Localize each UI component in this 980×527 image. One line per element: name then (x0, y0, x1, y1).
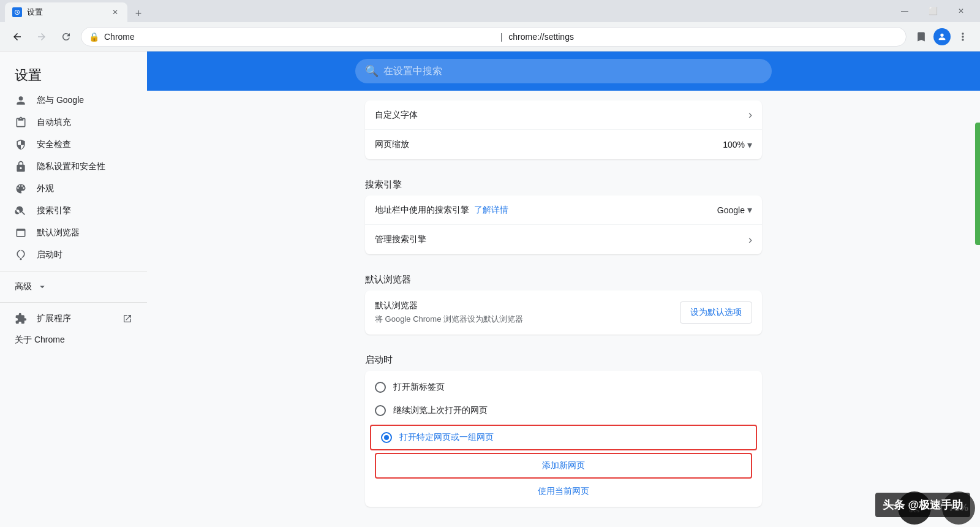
power-icon (15, 249, 27, 261)
watermark: 头条 @极速手助 (875, 493, 970, 517)
nav-right-controls (911, 27, 973, 47)
settings-search-bar[interactable]: 🔍 (355, 59, 772, 83)
back-button[interactable] (7, 27, 27, 47)
startup-option-new-tab[interactable]: 打开新标签页 (365, 376, 762, 399)
search-engine-select[interactable]: Google ▾ (717, 204, 752, 216)
set-default-button[interactable]: 设为默认选项 (680, 301, 752, 324)
forward-button[interactable] (32, 27, 51, 47)
tab-favicon (12, 7, 22, 17)
search-engine-section-title: 搜索引擎 (365, 169, 762, 195)
menu-button[interactable] (953, 27, 973, 47)
sidebar-divider (0, 271, 147, 271)
sidebar-item-startup[interactable]: 启动时 (0, 244, 142, 266)
appearance-card: 自定义字体 › 网页缩放 100% ▾ (365, 100, 762, 159)
security-icon: 🔒 (89, 32, 99, 42)
shield-icon (15, 138, 27, 151)
sidebar-label-appearance: 外观 (37, 183, 54, 194)
default-browser-info: 默认浏览器 将 Google Chrome 浏览器设为默认浏览器 (375, 300, 680, 325)
sidebar-label-about: 关于 Chrome (15, 335, 65, 344)
page-zoom-row[interactable]: 网页缩放 100% ▾ (365, 130, 762, 159)
active-tab[interactable]: 设置 ✕ (5, 2, 127, 22)
search-icon (15, 205, 27, 217)
manage-search-engines-label: 管理搜索引擎 (375, 234, 748, 245)
use-current-label: 使用当前网页 (538, 486, 589, 497)
settings-search-header: 🔍 (147, 51, 980, 91)
clipboard-icon (15, 116, 27, 129)
sidebar-item-autofill[interactable]: 自动填充 (0, 112, 142, 134)
sidebar-label-advanced: 高级 (15, 281, 32, 292)
tab-title: 设置 (27, 7, 105, 18)
sidebar-label-autofill: 自动填充 (37, 117, 71, 128)
startup-card: 打开新标签页 继续浏览上次打开的网页 打开特定网页或一组网页 (365, 371, 762, 507)
sidebar-item-search[interactable]: 搜索引擎 (0, 200, 142, 222)
page-zoom-select[interactable]: 100% ▾ (723, 139, 752, 151)
manage-search-engines-arrow: › (748, 233, 752, 246)
external-link-icon (123, 314, 132, 324)
tab-strip: 设置 ✕ + (5, 0, 891, 22)
custom-font-row[interactable]: 自定义字体 › (365, 100, 762, 130)
minimize-button[interactable]: — (891, 0, 919, 22)
default-browser-section-title: 默认浏览器 (365, 264, 762, 290)
new-tab-button[interactable]: + (130, 5, 147, 22)
sidebar-label-google: 您与 Google (37, 95, 84, 106)
learn-more-link[interactable]: 了解详情 (474, 205, 508, 214)
add-page-button[interactable]: 添加新网页 (375, 453, 752, 479)
default-browser-subtitle: 将 Google Chrome 浏览器设为默认浏览器 (375, 314, 680, 325)
use-current-pages-link[interactable]: 使用当前网页 (365, 481, 762, 502)
sidebar-item-extensions[interactable]: 扩展程序 (0, 308, 147, 330)
settings-search-input[interactable] (383, 66, 762, 77)
reload-button[interactable] (56, 27, 76, 47)
search-engine-chevron: ▾ (747, 204, 752, 216)
settings-content: 🔍 自定义字体 › 网页缩放 100% ▾ (147, 51, 980, 527)
page-zoom-value: 100% (723, 140, 745, 150)
bookmark-button[interactable] (911, 27, 931, 47)
tab-close-button[interactable]: ✕ (110, 7, 120, 17)
startup-option-continue[interactable]: 继续浏览上次打开的网页 (365, 399, 762, 422)
page-zoom-chevron: ▾ (747, 139, 752, 151)
search-engine-value: Google (717, 205, 745, 215)
sidebar-label-search: 搜索引擎 (37, 205, 71, 216)
radio-continue (375, 405, 386, 416)
profile-button[interactable] (933, 28, 951, 45)
search-engine-card: 地址栏中使用的搜索引擎 了解详情 Google ▾ 管理搜索引擎 › (365, 195, 762, 254)
radio-new-tab (375, 382, 386, 393)
sidebar-item-about[interactable]: 关于 Chrome (0, 330, 147, 351)
add-page-label: 添加新网页 (542, 460, 585, 471)
chevron-down-icon (37, 281, 48, 292)
palette-icon (15, 183, 27, 195)
sidebar-header: 设置 (0, 56, 147, 89)
sidebar-item-safety[interactable]: 安全检查 (0, 134, 142, 156)
maximize-button[interactable]: ⬜ (919, 0, 947, 22)
sidebar-item-privacy[interactable]: 隐私设置和安全性 (0, 156, 142, 178)
address-bar-search-row[interactable]: 地址栏中使用的搜索引擎 了解详情 Google ▾ (365, 195, 762, 225)
address-bar[interactable]: 🔒 Chrome | chrome://settings (81, 27, 907, 47)
startup-option-specific[interactable]: 打开特定网页或一组网页 (370, 425, 757, 450)
browser-icon (15, 227, 27, 239)
title-bar: 设置 ✕ + — ⬜ ✕ (0, 0, 980, 22)
sidebar-item-appearance[interactable]: 外观 (0, 178, 142, 200)
custom-font-arrow: › (748, 108, 752, 121)
manage-search-engines-row[interactable]: 管理搜索引擎 › (365, 225, 762, 254)
sidebar-label-extensions: 扩展程序 (37, 313, 71, 324)
default-browser-title: 默认浏览器 (375, 300, 680, 311)
address-url: chrome://settings (508, 32, 899, 42)
sidebar-item-google[interactable]: 您与 Google (0, 89, 142, 112)
startup-label-continue: 继续浏览上次打开的网页 (393, 405, 488, 416)
sidebar-item-default-browser[interactable]: 默认浏览器 (0, 222, 142, 244)
person-icon (15, 94, 27, 107)
default-browser-card: 默认浏览器 将 Google Chrome 浏览器设为默认浏览器 设为默认选项 (365, 290, 762, 335)
startup-label-new-tab: 打开新标签页 (393, 382, 445, 393)
window-controls: — ⬜ ✕ (891, 0, 975, 22)
radio-specific (381, 432, 392, 443)
green-decorative-bar (975, 123, 980, 245)
sidebar: 设置 您与 Google 自动填充 安全检查 (0, 51, 147, 527)
navigation-bar: 🔒 Chrome | chrome://settings (0, 22, 980, 51)
sidebar-label-default-browser: 默认浏览器 (37, 227, 80, 238)
close-button[interactable]: ✕ (947, 0, 975, 22)
page-zoom-label: 网页缩放 (375, 139, 723, 150)
sidebar-item-advanced[interactable]: 高级 (0, 276, 147, 297)
content-body: 自定义字体 › 网页缩放 100% ▾ 搜索引擎 (355, 91, 772, 526)
address-bar-search-label: 地址栏中使用的搜索引擎 了解详情 (375, 205, 717, 216)
settings-search-icon: 🔍 (365, 64, 379, 78)
sidebar-label-safety: 安全检查 (37, 139, 71, 150)
